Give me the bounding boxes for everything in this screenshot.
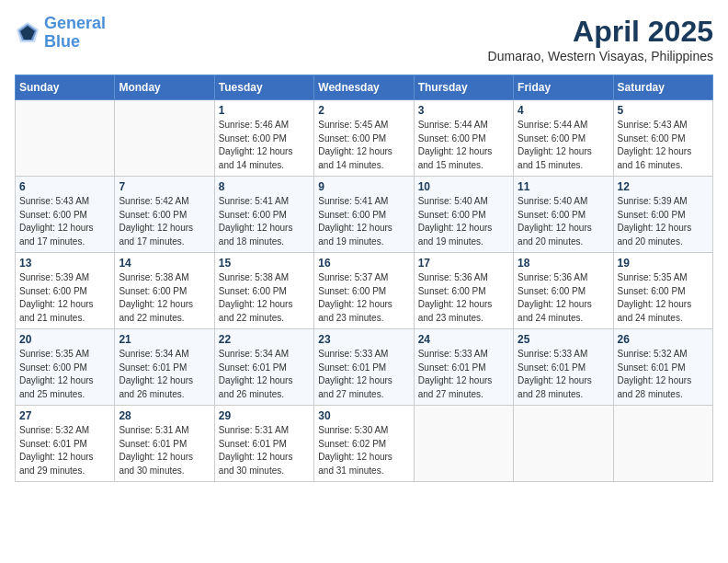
day-info: Sunrise: 5:37 AM Sunset: 6:00 PM Dayligh… xyxy=(318,271,409,325)
weekday-header-monday: Monday xyxy=(115,75,214,100)
day-cell: 2Sunrise: 5:45 AM Sunset: 6:00 PM Daylig… xyxy=(314,100,414,177)
day-cell: 9Sunrise: 5:41 AM Sunset: 6:00 PM Daylig… xyxy=(314,177,414,253)
day-cell xyxy=(414,406,513,482)
day-number: 24 xyxy=(418,333,509,346)
day-info: Sunrise: 5:41 AM Sunset: 6:00 PM Dayligh… xyxy=(219,195,310,248)
day-cell: 26Sunrise: 5:32 AM Sunset: 6:01 PM Dayli… xyxy=(613,329,712,406)
day-info: Sunrise: 5:36 AM Sunset: 6:00 PM Dayligh… xyxy=(518,271,609,325)
day-cell: 7Sunrise: 5:42 AM Sunset: 6:00 PM Daylig… xyxy=(115,177,214,253)
day-cell: 22Sunrise: 5:34 AM Sunset: 6:01 PM Dayli… xyxy=(214,329,313,406)
day-cell: 4Sunrise: 5:44 AM Sunset: 6:00 PM Daylig… xyxy=(514,100,613,177)
day-cell xyxy=(613,406,712,482)
week-row-2: 6Sunrise: 5:43 AM Sunset: 6:00 PM Daylig… xyxy=(16,177,713,253)
month-title: April 2025 xyxy=(488,15,713,49)
week-row-5: 27Sunrise: 5:32 AM Sunset: 6:01 PM Dayli… xyxy=(16,406,713,482)
day-number: 9 xyxy=(318,180,409,193)
logo-line1: General xyxy=(44,14,106,32)
weekday-header-sunday: Sunday xyxy=(16,75,115,100)
day-number: 6 xyxy=(19,180,110,193)
location-subtitle: Dumarao, Western Visayas, Philippines xyxy=(488,49,713,63)
weekday-header-row: SundayMondayTuesdayWednesdayThursdayFrid… xyxy=(16,75,713,100)
logo-line2: Blue xyxy=(44,32,80,51)
day-info: Sunrise: 5:43 AM Sunset: 6:00 PM Dayligh… xyxy=(618,119,709,172)
weekday-header-tuesday: Tuesday xyxy=(214,75,313,100)
day-cell: 21Sunrise: 5:34 AM Sunset: 6:01 PM Dayli… xyxy=(115,329,214,406)
day-info: Sunrise: 5:39 AM Sunset: 6:00 PM Dayligh… xyxy=(618,195,709,248)
day-number: 27 xyxy=(19,409,110,422)
weekday-header-thursday: Thursday xyxy=(414,75,513,100)
day-number: 18 xyxy=(518,257,609,270)
day-number: 23 xyxy=(318,333,409,346)
day-number: 4 xyxy=(518,104,609,117)
day-number: 21 xyxy=(119,333,210,346)
day-info: Sunrise: 5:36 AM Sunset: 6:00 PM Dayligh… xyxy=(418,271,509,325)
day-cell xyxy=(115,100,214,177)
day-info: Sunrise: 5:32 AM Sunset: 6:01 PM Dayligh… xyxy=(618,348,709,401)
day-info: Sunrise: 5:30 AM Sunset: 6:02 PM Dayligh… xyxy=(318,424,409,477)
day-cell: 12Sunrise: 5:39 AM Sunset: 6:00 PM Dayli… xyxy=(613,177,712,253)
day-number: 15 xyxy=(219,257,310,270)
day-number: 11 xyxy=(518,180,609,193)
day-info: Sunrise: 5:43 AM Sunset: 6:00 PM Dayligh… xyxy=(19,195,110,248)
day-cell xyxy=(514,406,613,482)
day-info: Sunrise: 5:40 AM Sunset: 6:00 PM Dayligh… xyxy=(518,195,609,248)
week-row-3: 13Sunrise: 5:39 AM Sunset: 6:00 PM Dayli… xyxy=(16,253,713,329)
day-cell: 25Sunrise: 5:33 AM Sunset: 6:01 PM Dayli… xyxy=(514,329,613,406)
day-info: Sunrise: 5:34 AM Sunset: 6:01 PM Dayligh… xyxy=(119,348,210,401)
day-cell: 24Sunrise: 5:33 AM Sunset: 6:01 PM Dayli… xyxy=(414,329,513,406)
day-info: Sunrise: 5:42 AM Sunset: 6:00 PM Dayligh… xyxy=(119,195,210,248)
day-number: 20 xyxy=(19,333,110,346)
day-info: Sunrise: 5:33 AM Sunset: 6:01 PM Dayligh… xyxy=(518,348,609,401)
day-number: 17 xyxy=(418,257,509,270)
day-number: 7 xyxy=(119,180,210,193)
day-number: 2 xyxy=(318,104,409,117)
day-info: Sunrise: 5:44 AM Sunset: 6:00 PM Dayligh… xyxy=(518,119,609,172)
day-info: Sunrise: 5:33 AM Sunset: 6:01 PM Dayligh… xyxy=(418,348,509,401)
day-cell: 5Sunrise: 5:43 AM Sunset: 6:00 PM Daylig… xyxy=(613,100,712,177)
week-row-1: 1Sunrise: 5:46 AM Sunset: 6:00 PM Daylig… xyxy=(16,100,713,177)
day-cell: 23Sunrise: 5:33 AM Sunset: 6:01 PM Dayli… xyxy=(314,329,414,406)
day-cell xyxy=(16,100,115,177)
day-cell: 14Sunrise: 5:38 AM Sunset: 6:00 PM Dayli… xyxy=(115,253,214,329)
day-cell: 27Sunrise: 5:32 AM Sunset: 6:01 PM Dayli… xyxy=(16,406,115,482)
day-number: 16 xyxy=(318,257,409,270)
day-cell: 8Sunrise: 5:41 AM Sunset: 6:00 PM Daylig… xyxy=(214,177,313,253)
day-cell: 11Sunrise: 5:40 AM Sunset: 6:00 PM Dayli… xyxy=(514,177,613,253)
page-header: General Blue April 2025 Dumarao, Western… xyxy=(15,15,713,63)
day-number: 10 xyxy=(418,180,509,193)
day-cell: 30Sunrise: 5:30 AM Sunset: 6:02 PM Dayli… xyxy=(314,406,414,482)
day-info: Sunrise: 5:35 AM Sunset: 6:00 PM Dayligh… xyxy=(618,271,709,325)
day-info: Sunrise: 5:32 AM Sunset: 6:01 PM Dayligh… xyxy=(19,424,110,477)
day-number: 8 xyxy=(219,180,310,193)
day-info: Sunrise: 5:41 AM Sunset: 6:00 PM Dayligh… xyxy=(318,195,409,248)
day-cell: 19Sunrise: 5:35 AM Sunset: 6:00 PM Dayli… xyxy=(613,253,712,329)
day-number: 1 xyxy=(219,104,310,117)
weekday-header-saturday: Saturday xyxy=(613,75,712,100)
day-number: 30 xyxy=(318,409,409,422)
day-info: Sunrise: 5:31 AM Sunset: 6:01 PM Dayligh… xyxy=(219,424,310,477)
day-number: 26 xyxy=(618,333,709,346)
day-number: 25 xyxy=(518,333,609,346)
day-info: Sunrise: 5:31 AM Sunset: 6:01 PM Dayligh… xyxy=(119,424,210,477)
day-cell: 18Sunrise: 5:36 AM Sunset: 6:00 PM Dayli… xyxy=(514,253,613,329)
day-info: Sunrise: 5:40 AM Sunset: 6:00 PM Dayligh… xyxy=(418,195,509,248)
day-number: 22 xyxy=(219,333,310,346)
day-cell: 3Sunrise: 5:44 AM Sunset: 6:00 PM Daylig… xyxy=(414,100,513,177)
day-cell: 29Sunrise: 5:31 AM Sunset: 6:01 PM Dayli… xyxy=(214,406,313,482)
day-cell: 6Sunrise: 5:43 AM Sunset: 6:00 PM Daylig… xyxy=(16,177,115,253)
day-number: 13 xyxy=(19,257,110,270)
logo-icon xyxy=(15,20,40,46)
day-cell: 1Sunrise: 5:46 AM Sunset: 6:00 PM Daylig… xyxy=(214,100,313,177)
day-cell: 20Sunrise: 5:35 AM Sunset: 6:00 PM Dayli… xyxy=(16,329,115,406)
day-info: Sunrise: 5:39 AM Sunset: 6:00 PM Dayligh… xyxy=(19,271,110,325)
day-number: 12 xyxy=(618,180,709,193)
day-cell: 28Sunrise: 5:31 AM Sunset: 6:01 PM Dayli… xyxy=(115,406,214,482)
week-row-4: 20Sunrise: 5:35 AM Sunset: 6:00 PM Dayli… xyxy=(16,329,713,406)
day-info: Sunrise: 5:38 AM Sunset: 6:00 PM Dayligh… xyxy=(119,271,210,325)
day-number: 14 xyxy=(119,257,210,270)
day-cell: 17Sunrise: 5:36 AM Sunset: 6:00 PM Dayli… xyxy=(414,253,513,329)
day-cell: 10Sunrise: 5:40 AM Sunset: 6:00 PM Dayli… xyxy=(414,177,513,253)
calendar-table: SundayMondayTuesdayWednesdayThursdayFrid… xyxy=(15,75,713,482)
day-info: Sunrise: 5:44 AM Sunset: 6:00 PM Dayligh… xyxy=(418,119,509,172)
day-number: 28 xyxy=(119,409,210,422)
